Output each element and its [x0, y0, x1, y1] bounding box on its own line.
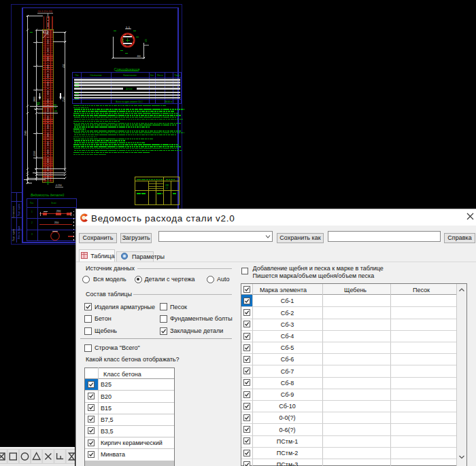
svg-text:Подп. и дата: Подп. и дата	[18, 204, 20, 216]
svg-text:Согласовано: Согласовано	[12, 206, 15, 218]
svg-text:Эскиз: Эскиз	[51, 202, 56, 204]
svg-text:400: 400	[137, 55, 141, 58]
svg-text:Инв. № подл.: Инв. № подл.	[18, 226, 20, 239]
svg-text:1-1: 1-1	[126, 26, 131, 29]
svg-text:Кол.: Кол.	[150, 74, 154, 77]
svg-text:Детали: Детали	[126, 88, 133, 90]
svg-text:Наименование: Наименование	[123, 74, 137, 77]
svg-text:450: 450	[145, 39, 148, 42]
svg-text:Ведомость деталей: Ведомость деталей	[31, 193, 64, 197]
svg-text:2550: 2550	[54, 221, 59, 224]
svg-text:7980: 7980	[24, 130, 27, 136]
svg-text:Обозначение: Обозначение	[90, 74, 102, 77]
svg-text:2550: 2550	[33, 151, 36, 156]
svg-text:7530: 7530	[63, 96, 65, 102]
svg-text:Прим.: Прим.	[175, 74, 180, 77]
svg-text:-0.150: -0.150	[55, 184, 62, 187]
svg-text:Подп. и дата: Подп. и дата	[12, 229, 15, 241]
svg-text:450: 450	[63, 64, 65, 68]
svg-text:Масса: Масса	[157, 74, 163, 77]
svg-text:1: 1	[31, 211, 33, 213]
svg-text:3000: 3000	[33, 96, 36, 102]
svg-text:3: 3	[31, 233, 33, 236]
svg-text:2590: 2590	[56, 210, 61, 213]
svg-text:Сб-1 (Сб-10): Сб-1 (Сб-10)	[38, 10, 52, 13]
svg-text:84.60 кг: 84.60 кг	[165, 101, 173, 103]
svg-text:Всего на один элемент Сб-1: Всего на один элемент Сб-1	[116, 101, 143, 103]
svg-text:2-2: 2-2	[166, 187, 169, 190]
svg-text:Поз.: Поз.	[75, 74, 79, 77]
svg-text:Спецификация: Спецификация	[114, 67, 140, 71]
svg-text:2: 2	[31, 221, 33, 224]
svg-text:Поз.: Поз.	[30, 202, 34, 204]
svg-text:КЖ: КЖ	[166, 184, 169, 187]
